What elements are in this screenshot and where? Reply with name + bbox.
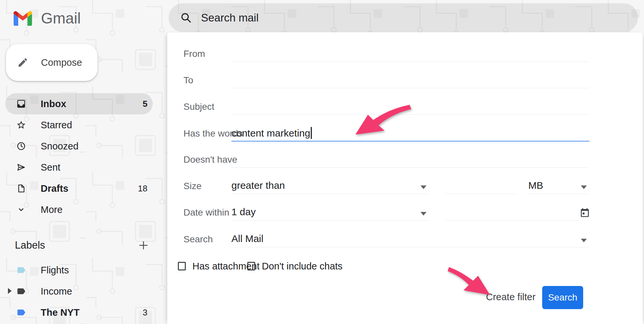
labels-header: Labels xyxy=(15,235,153,256)
sidebar-label-income[interactable]: Income xyxy=(5,281,153,302)
to-label: To xyxy=(183,75,193,86)
sidebar-item-label: Snoozed xyxy=(41,141,79,152)
compose-label: Compose xyxy=(41,57,82,68)
has-the-words-value: content marketing xyxy=(231,128,310,139)
label-tag-icon xyxy=(16,265,26,275)
sidebar-label-flights[interactable]: Flights xyxy=(5,260,153,281)
subject-label: Subject xyxy=(183,101,214,112)
gmail-logo[interactable]: Gmail xyxy=(13,9,81,27)
has-attachment-checkbox[interactable] xyxy=(178,262,186,270)
filter-row-doesnt-have: Doesn't have xyxy=(167,149,643,168)
sidebar-item-inbox[interactable]: Inbox 5 xyxy=(5,93,153,114)
search-mail-placeholder: Search mail xyxy=(201,12,259,24)
label-count: 3 xyxy=(143,307,147,318)
add-label-button plus-icon[interactable] xyxy=(138,240,149,251)
sidebar-item-label: Starred xyxy=(41,120,72,131)
gmail-wordmark: Gmail xyxy=(41,9,81,27)
file-icon xyxy=(16,183,26,193)
dont-include-chats-label: Don't include chats xyxy=(262,261,342,272)
sidebar-item-starred[interactable]: Starred xyxy=(5,114,153,136)
sidebar-item-count: 5 xyxy=(143,99,147,109)
size-operator-value: greater than xyxy=(231,180,421,191)
sidebar-item-snoozed[interactable]: Snoozed xyxy=(5,136,153,157)
dropdown-arrow-icon xyxy=(581,185,587,189)
to-input[interactable] xyxy=(231,70,589,88)
sidebar-item-sent[interactable]: Sent xyxy=(5,157,153,178)
date-range-select[interactable]: 1 day xyxy=(231,202,429,221)
checkbox-row: Has attachment Don't include chats xyxy=(167,260,643,274)
size-unit-select[interactable]: MB xyxy=(528,176,589,194)
send-icon xyxy=(16,162,26,172)
search-button[interactable]: Search xyxy=(542,286,583,309)
labels-title: Labels xyxy=(15,239,45,251)
gmail-window: Gmail Compose Inbox 5 Starred Snoozed xyxy=(0,0,644,324)
sidebar-label-the-nyt[interactable]: The NYT 3 xyxy=(5,302,153,323)
dropdown-arrow-icon xyxy=(421,212,426,216)
text-cursor xyxy=(311,127,312,139)
label-name: Income xyxy=(41,286,72,297)
dropdown-arrow-icon xyxy=(581,239,587,242)
filter-row-date-within: Date within 1 day xyxy=(167,202,643,221)
search-scope-select[interactable]: All Mail xyxy=(231,229,589,247)
dropdown-arrow-icon xyxy=(421,185,426,189)
from-label: From xyxy=(183,49,205,59)
search-bar[interactable]: Search mail xyxy=(169,3,638,32)
date-range-value: 1 day xyxy=(231,206,421,218)
search-scope-label: Search xyxy=(183,234,213,245)
size-label: Size xyxy=(183,181,201,191)
date-input[interactable] xyxy=(445,202,579,221)
compose-button[interactable]: Compose xyxy=(6,44,98,81)
filter-row-from: From xyxy=(167,43,643,62)
label-name: Flights xyxy=(41,265,69,276)
search-scope-value: All Mail xyxy=(231,233,581,244)
expand-arrow-icon[interactable] xyxy=(8,288,12,294)
size-operator-select[interactable]: greater than xyxy=(231,176,429,194)
annotation-arrow-icon xyxy=(349,103,412,137)
label-name: The NYT xyxy=(41,307,80,318)
sidebar-item-label: Sent xyxy=(41,162,60,173)
pencil-icon xyxy=(17,57,28,68)
gmail-m-icon xyxy=(13,11,32,26)
star-icon xyxy=(16,120,26,130)
inbox-icon xyxy=(16,99,26,109)
sidebar-item-label: More xyxy=(41,204,62,215)
doesnt-have-input[interactable] xyxy=(231,149,589,168)
size-unit-value: MB xyxy=(528,180,581,191)
annotation-arrow-icon xyxy=(447,266,493,297)
filter-row-search-scope: Search All Mail xyxy=(167,229,643,247)
chevron-down-icon xyxy=(16,205,26,215)
filter-row-to: To xyxy=(167,70,643,88)
sidebar-item-drafts[interactable]: Drafts 18 xyxy=(5,178,153,199)
label-tag-icon xyxy=(16,307,26,317)
from-input[interactable] xyxy=(231,43,589,62)
search-filter-panel: From To Subject Has the words content ma… xyxy=(167,32,643,324)
sidebar-item-count: 18 xyxy=(138,183,147,194)
size-amount-input[interactable] xyxy=(445,176,516,194)
sidebar-item-label: Drafts xyxy=(41,183,68,194)
calendar-icon[interactable] xyxy=(580,207,590,218)
clock-icon xyxy=(16,141,26,151)
sidebar-item-label: Inbox xyxy=(41,99,66,109)
filter-row-size: Size greater than MB xyxy=(167,176,643,194)
search-icon xyxy=(180,12,192,24)
sidebar-item-more[interactable]: More xyxy=(5,199,153,220)
dont-include-chats-checkbox[interactable] xyxy=(247,262,255,270)
doesnt-have-label: Doesn't have xyxy=(183,154,237,165)
label-tag-icon xyxy=(16,286,26,296)
date-within-label: Date within xyxy=(183,207,229,218)
